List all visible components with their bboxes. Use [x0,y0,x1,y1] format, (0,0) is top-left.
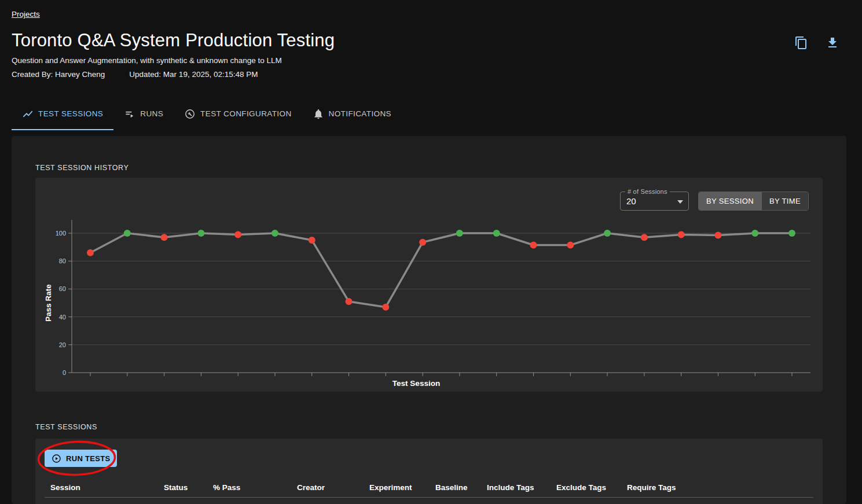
session-point[interactable] [234,231,241,238]
tab-label: TEST SESSIONS [38,109,103,118]
session-point[interactable] [751,230,758,237]
chevron-down-icon [677,200,683,204]
session-point[interactable] [87,249,94,256]
history-section-label: TEST SESSION HISTORY [35,164,129,172]
tab-test-sessions[interactable]: TEST SESSIONS [12,98,113,130]
col-status: Status [164,483,213,492]
col-exclude-tags: Exclude Tags [556,483,627,492]
header-actions [794,36,839,50]
svg-text:100: 100 [56,230,66,237]
sessions-count-select-value: 20 [626,196,636,206]
svg-text:60: 60 [59,285,66,292]
session-point[interactable] [788,230,795,237]
session-point[interactable] [124,230,131,237]
test-sessions-card: RUN TESTS Session Status % Pass Creator … [35,439,823,504]
page-title: Toronto Q&A System Production Testing [12,30,335,51]
svg-text:80: 80 [59,257,66,264]
session-point[interactable] [493,230,500,237]
col-experiment: Experiment [369,483,435,492]
tab-notifications[interactable]: NOTIFICATIONS [302,98,402,130]
session-point[interactable] [678,231,685,238]
session-point[interactable] [567,241,574,248]
col-pass-pct: % Pass [213,483,297,492]
page-meta: Created By: Harvey Cheng Updated: Mar 19… [12,70,258,79]
session-point[interactable] [641,234,648,241]
play-circle-icon [52,454,61,463]
session-point[interactable] [197,230,204,237]
playlist-play-icon [124,108,135,120]
session-point[interactable] [382,304,389,311]
tab-label: TEST CONFIGURATION [200,109,291,118]
session-point[interactable] [309,237,316,244]
chart-controls: # of Sessions 20 BY SESSION BY TIME [620,192,809,211]
run-tests-button[interactable]: RUN TESTS [45,450,117,467]
svg-text:20: 20 [59,341,66,348]
sessions-count-select-label: # of Sessions [625,188,670,195]
tab-test-configuration[interactable]: TEST CONFIGURATION [174,98,302,130]
session-point[interactable] [161,234,168,241]
breadcrumb-projects-link[interactable]: Projects [12,10,40,19]
col-baseline: Baseline [435,483,487,492]
sessions-count-select[interactable]: # of Sessions 20 [620,192,689,211]
by-time-toggle[interactable]: BY TIME [761,192,808,210]
session-point[interactable] [604,230,611,237]
copy-icon[interactable] [794,36,808,50]
tab-runs[interactable]: RUNS [113,98,174,130]
bell-icon [313,108,324,120]
session-point[interactable] [346,298,353,305]
test-session-history-card: 020406080100Pass RateTest Session # of S… [35,178,823,392]
main-panel: TEST SESSION HISTORY 020406080100Pass Ra… [12,136,846,504]
col-session: Session [45,483,164,492]
by-session-toggle[interactable]: BY SESSION [699,192,761,210]
session-point[interactable] [456,230,463,237]
line-chart-icon [22,108,34,120]
sessions-table-header: Session Status % Pass Creator Experiment… [45,477,813,497]
session-point[interactable] [419,239,426,246]
x-axis-label: Test Session [393,379,440,388]
tab-label: RUNS [140,109,163,118]
col-creator: Creator [297,483,369,492]
page-subtitle: Question and Answer Augmentation, with s… [12,56,282,65]
session-point[interactable] [714,232,721,239]
updated-text: Updated: Mar 19, 2025, 02:15:48 PM [129,70,258,79]
wrench-circle-icon [184,108,196,120]
view-toggle-group: BY SESSION BY TIME [698,192,809,211]
tab-label: NOTIFICATIONS [329,109,391,118]
tab-bar: TEST SESSIONS RUNS TEST CONFIGURATION NO… [12,98,402,130]
sessions-section-label: TEST SESSIONS [35,423,97,431]
session-point[interactable] [272,230,278,237]
y-axis-label: Pass Rate [44,284,53,322]
session-point[interactable] [530,241,537,248]
col-require-tags: Require Tags [627,483,813,492]
download-icon[interactable] [826,36,839,50]
svg-text:40: 40 [59,314,66,321]
page: Projects Toronto Q&A System Production T… [0,0,862,504]
created-by-text: Created By: Harvey Cheng [12,70,105,79]
table-header-divider [45,497,813,498]
run-tests-label: RUN TESTS [66,454,110,463]
col-include-tags: Include Tags [487,483,556,492]
svg-text:0: 0 [63,369,66,376]
